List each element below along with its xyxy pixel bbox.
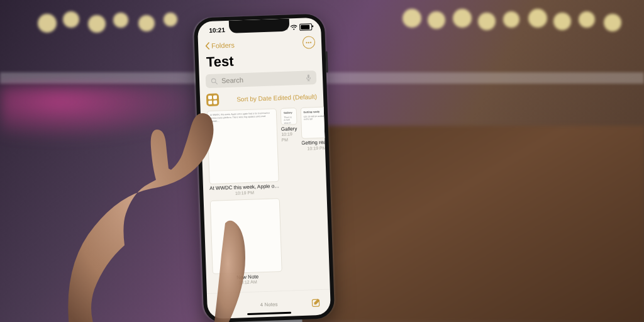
wifi-icon [290,25,297,30]
note-card[interactable]: New Note10:12 AM [210,198,283,287]
note-thumbnail [210,198,282,274]
note-thumbnail: At WWDC this week, Apple once again had … [207,108,279,184]
svg-rect-2 [308,74,309,78]
note-time: 10:19 PM [235,190,254,196]
phone-screen: 10:21 Folders ••• Test Search [197,18,331,319]
note-card[interactable]: GalleryThere is a new view in the galler… [280,108,299,194]
notes-grid: At WWDC this week, Apple once again had … [201,107,330,287]
note-card[interactable]: At WWDC this week, Apple once again had … [207,108,280,197]
back-button[interactable]: Folders [204,42,235,50]
search-icon [211,77,218,84]
view-toggle-button[interactable] [206,93,219,106]
status-time: 10:21 [209,26,225,34]
battery-icon [299,23,312,31]
note-time: 10:19 PM [307,146,326,152]
compose-button[interactable] [311,297,322,308]
note-thumbnail: GalleryThere is a new view in the galler… [280,108,297,125]
toolbar: 4 Notes [207,289,331,319]
mic-icon[interactable] [306,74,311,81]
note-time: 10:12 AM [238,280,257,286]
note-time: 10:19 PM [281,132,297,143]
notch [229,18,290,33]
chevron-left-icon [204,42,210,50]
back-label: Folders [211,42,235,50]
search-placeholder: Search [221,74,302,84]
sort-button[interactable]: Sort by Date Edited (Default) [224,93,317,103]
phone: 10:21 Folders ••• Test Search [194,14,335,322]
search-field[interactable]: Search [206,70,317,88]
svg-point-0 [211,78,216,82]
svg-line-1 [216,82,218,84]
home-indicator[interactable] [247,312,291,315]
photo-background: 10:21 Folders ••• Test Search [0,0,644,322]
more-button[interactable]: ••• [303,36,316,49]
